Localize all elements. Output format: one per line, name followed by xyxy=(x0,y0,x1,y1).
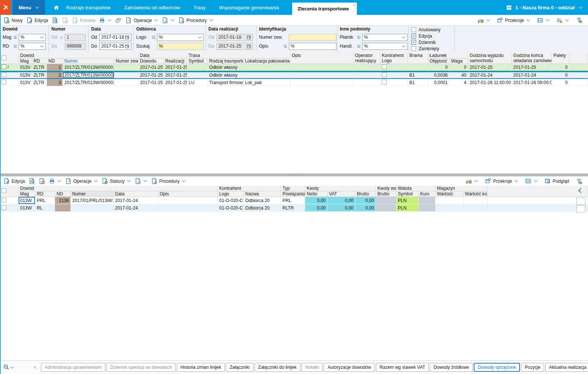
data-od-input[interactable]: 2017-01-18 xyxy=(99,34,131,41)
col-data[interactable]: Data xyxy=(114,191,158,197)
col-lokalizacja[interactable]: Lokalizacja pakowania xyxy=(243,58,290,64)
col-wartosc-kor[interactable]: Wartość kor xyxy=(463,191,488,197)
print-button[interactable] xyxy=(99,17,112,23)
logo-checkbox[interactable] xyxy=(382,64,387,69)
flag-zamkniety[interactable]: Zamknięty xyxy=(411,45,454,52)
col-numer[interactable]: Numer xyxy=(71,191,114,197)
col-mag[interactable]: Mag xyxy=(19,58,32,64)
col-brama[interactable]: Brama xyxy=(408,53,428,64)
focused-cell[interactable]: 2017/ZLTR/013W/000002 xyxy=(63,71,114,79)
tab-historia-zmian-linijek[interactable]: Historia zmian linijek xyxy=(177,363,225,372)
odbiorca-logo-select[interactable]: % xyxy=(157,34,204,41)
col-mag[interactable]: Mag xyxy=(19,191,35,197)
table-row[interactable]: 013W PRL 2138 2017/01/PRL/013W/1 2017-01… xyxy=(0,197,588,204)
filter-active-button[interactable] xyxy=(576,17,582,23)
dziennik-checkbox[interactable] xyxy=(411,40,416,45)
opis-filter-input[interactable]: % xyxy=(289,43,336,50)
col-vat[interactable]: VAT xyxy=(327,191,355,197)
col-waga[interactable]: Waga xyxy=(450,58,468,64)
detail-preview-button[interactable]: Podgląd xyxy=(544,178,569,184)
select-all-header[interactable] xyxy=(0,186,19,197)
col-operator[interactable]: Operatorrealizujący xyxy=(354,53,380,64)
col-opis[interactable]: Opis xyxy=(290,53,354,64)
detail-find-button[interactable] xyxy=(29,178,35,184)
company-selector[interactable]: 1 - Nasza firma 0 - oddział xyxy=(506,5,588,10)
row-checkbox[interactable] xyxy=(1,64,6,69)
col-godzina-konca[interactable]: Godzina końcaskładania zamówienia xyxy=(512,53,552,64)
detail-collapse-button[interactable] xyxy=(525,178,538,184)
select-all-header[interactable] xyxy=(0,53,19,64)
col-opis[interactable]: Opis xyxy=(158,191,218,197)
detail-statuses-button[interactable]: Statusy xyxy=(102,178,131,184)
tab-autoryzacje-dowodow[interactable]: Autoryzacje dowodów xyxy=(324,363,375,372)
detail-operations-button[interactable]: Operacje xyxy=(65,178,98,184)
tab-pozycje[interactable]: Pozycje xyxy=(521,363,544,372)
detail-related-button[interactable] xyxy=(135,178,147,184)
select-all-checkbox[interactable] xyxy=(1,55,6,60)
row-selector-cell[interactable] xyxy=(0,197,19,204)
operations-button[interactable]: Operacje xyxy=(125,17,158,23)
row-checkbox[interactable] xyxy=(1,72,6,77)
col-kurs[interactable]: Kurs xyxy=(419,191,435,197)
flag-dziennik[interactable]: Dziennik xyxy=(411,39,454,45)
tab-trasy[interactable]: Trasy xyxy=(194,5,205,10)
tab-razem-wg-stawek-vat[interactable]: Razem wg stawek VAT xyxy=(376,363,429,372)
numer-zew-input[interactable] xyxy=(289,34,336,41)
bottom-search-button[interactable] xyxy=(3,364,14,371)
tab-zalaczniki[interactable]: Załączniki xyxy=(226,363,253,372)
tab-zamowienia-od-odbiorcow[interactable]: Zamówienia od odbiorców xyxy=(124,5,180,10)
settings-warning-button[interactable] xyxy=(556,17,569,23)
flag-edycja[interactable]: Edycja xyxy=(411,33,454,39)
col-objetosc[interactable]: Objętość xyxy=(428,58,450,64)
col-kontrahent-logo[interactable]: KontrahentLogo xyxy=(380,53,408,64)
find-button[interactable] xyxy=(52,17,58,23)
col-numer-zew[interactable]: Numer zew. xyxy=(114,58,138,64)
col-symbol[interactable]: Symbol xyxy=(187,58,208,64)
col-netto[interactable]: Netto xyxy=(305,191,327,197)
col-numer-sorted[interactable]: Numer xyxy=(63,58,114,64)
col-logo[interactable]: Logo xyxy=(218,191,244,197)
side-scroll-box[interactable] xyxy=(576,205,585,212)
detail-edit-button[interactable]: Edycja xyxy=(3,178,25,184)
detail-procedures-button[interactable]: Procedury xyxy=(151,178,186,184)
menu-button[interactable]: Menu xyxy=(13,0,45,15)
attachments-button[interactable] xyxy=(115,17,122,23)
row-checkbox[interactable] xyxy=(1,80,6,84)
row-selector-cell[interactable] xyxy=(0,71,19,79)
col-dowodu[interactable]: Dowodu xyxy=(138,58,164,64)
detail-print-button[interactable] xyxy=(49,178,61,184)
home-button[interactable] xyxy=(53,4,60,11)
table-row[interactable]: i 013V ZLTR 1 2017/ZLTR/013W/000001 2017… xyxy=(0,64,588,71)
tab-zlecenia-transportowe-active[interactable]: Zlecenia transportowe × xyxy=(292,3,357,15)
scroll-tabs-left-icon[interactable] xyxy=(33,365,36,369)
detail-views-button[interactable]: Przekroje xyxy=(485,178,518,184)
col-nazwa[interactable]: Nazwa xyxy=(244,191,281,197)
select-all-checkbox[interactable] xyxy=(1,188,6,193)
zamkniety-checkbox[interactable] xyxy=(411,46,416,51)
row-selector-cell[interactable] xyxy=(0,204,19,212)
odbiorca-szukaj-input[interactable]: % xyxy=(157,43,204,50)
col-brutto[interactable]: Brutto xyxy=(355,191,376,197)
tab-rodzaje-transportow[interactable]: Rodzaje transportów xyxy=(66,5,111,10)
tab-dowody-sprzezone-active[interactable]: Dowody sprzężone xyxy=(474,363,520,372)
app-logo[interactable] xyxy=(0,0,11,15)
detail-delete-button[interactable] xyxy=(39,178,45,184)
rd-filter-select[interactable]: % xyxy=(19,43,46,50)
new-button[interactable]: Nowy xyxy=(3,17,23,23)
logo-checkbox[interactable] xyxy=(382,72,387,77)
chart-view-button[interactable] xyxy=(477,17,490,23)
tab-aktualna-realizacja[interactable]: Aktualna realizacja xyxy=(545,363,588,372)
col-rd[interactable]: RD xyxy=(35,191,55,197)
col-wartosc[interactable]: Wartość xyxy=(435,191,463,197)
mag-filter-select[interactable]: % xyxy=(19,34,46,41)
col-realizacji[interactable]: Realizacji xyxy=(164,58,187,64)
tab-dowody-zrodlowe[interactable]: Dowody źródłowe xyxy=(430,363,473,372)
logo-checkbox[interactable] xyxy=(382,80,387,84)
row-checkbox[interactable] xyxy=(1,205,6,210)
data-do-input[interactable]: 2017-01-25 xyxy=(99,43,131,50)
collapse-left-icon[interactable] xyxy=(578,188,584,193)
views-button[interactable]: Przekroje xyxy=(497,17,530,23)
collapse-panel-button[interactable] xyxy=(537,17,550,23)
row-checkbox[interactable] xyxy=(1,198,6,202)
col-godzina-wyjazdu[interactable]: Godzina wyjazdusamochodu xyxy=(468,53,512,64)
